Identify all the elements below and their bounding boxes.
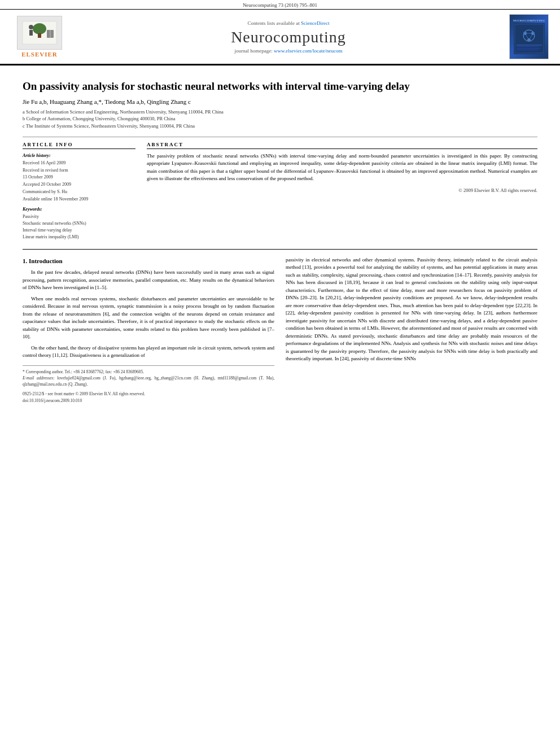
received-date: Received 16 April 2009 — [23, 160, 135, 167]
left-body-column: 1. Introduction In the past few decades,… — [23, 256, 274, 404]
section-number: 1. — [23, 257, 27, 264]
svg-point-1 — [33, 23, 46, 34]
issn-footnote: 0925-2312/$ - see front matter © 2009 El… — [23, 391, 274, 397]
affiliation-b: b College of Automation, Chongqing Unive… — [23, 115, 537, 123]
journal-citation: Neurocomputing 73 (2010) 795–801 — [243, 2, 317, 8]
email-footnote: E-mail addresses: lovefujie024@gmail.com… — [23, 375, 274, 388]
article-history: Article history: Received 16 April 2009 … — [23, 152, 135, 203]
journal-header: ELSEVIER Contents lists available at Sci… — [0, 10, 560, 65]
email-label: E-mail addresses: — [23, 375, 55, 381]
authors-line: Jie Fu a,b, Huaguang Zhang a,*, Tiedong … — [23, 98, 537, 105]
copyright-text: © 2009 Elsevier B.V. All rights reserved… — [147, 187, 537, 193]
info-abstract-section: ARTICLE INFO Article history: Received 1… — [23, 137, 537, 241]
article-history-label: Article history: — [23, 152, 135, 160]
cover-title-text: NEUROCOMPUTING — [513, 19, 545, 22]
article-info-column: ARTICLE INFO Article history: Received 1… — [23, 142, 135, 241]
keywords-label: Keywords: — [23, 207, 135, 212]
issn-text: 0925-2312/$ - see front matter © 2009 El… — [23, 391, 145, 396]
corresponding-author-footnote: * Corresponding author. Tel.: +86 24 836… — [23, 369, 274, 375]
affiliation-c: c The Institute of Systems Science, Nort… — [23, 123, 537, 130]
main-content-area: On passivity analysis for stochastic neu… — [0, 65, 560, 415]
journal-title: Neurocomputing — [68, 28, 509, 46]
article-info-heading: ARTICLE INFO — [23, 142, 135, 149]
affiliation-a: a School of Information Science and Engi… — [23, 108, 537, 116]
intro-section-title: 1. Introduction — [23, 256, 274, 266]
keyword-1: Passivity — [23, 213, 135, 220]
right-body-column: passivity in electrical networks and oth… — [286, 256, 537, 404]
communicated-by: Communicated by S. Hu — [23, 189, 135, 196]
available-online: Available online 18 November 2009 — [23, 196, 135, 203]
intro-para-2: When one models real nervous systems, st… — [23, 295, 274, 341]
received-revised-date: 13 October 2009 — [23, 174, 135, 181]
elsevier-wordmark: ELSEVIER — [21, 51, 58, 58]
elsevier-logo-image — [17, 16, 62, 50]
intro-para-3: On the other hand, the theory of dissipa… — [23, 344, 274, 360]
svg-rect-17 — [517, 46, 539, 47]
abstract-heading: ABSTRACT — [147, 142, 537, 149]
svg-rect-19 — [517, 50, 538, 50]
footnote-section: * Corresponding author. Tel.: +86 24 836… — [23, 365, 274, 404]
body-columns: 1. Introduction In the past few decades,… — [23, 249, 537, 404]
doi-footnote: doi:10.1016/j.neucom.2009.10.010 — [23, 397, 274, 404]
email-addresses: lovefujie024@gmail.com (J. Fu), hgzhang@… — [23, 375, 274, 387]
intro-para-1: In the past few decades, delayed neural … — [23, 269, 274, 292]
svg-rect-2 — [38, 33, 41, 38]
right-para-1: passivity in electrical networks and oth… — [286, 256, 537, 363]
keyword-4: Linear matrix inequality (LMI) — [23, 234, 135, 241]
journal-homepage-link[interactable]: www.elsevier.com/locate/neucom — [274, 48, 342, 54]
accepted-date: Accepted 20 October 2009 — [23, 181, 135, 189]
journal-citation-bar: Neurocomputing 73 (2010) 795–801 — [0, 0, 560, 10]
abstract-text: The passivity problem of stochastic neur… — [147, 152, 537, 183]
contents-available-text: Contents lists available at ScienceDirec… — [68, 20, 509, 26]
abstract-column: ABSTRACT The passivity problem of stocha… — [147, 142, 537, 241]
section-title-text: Introduction — [29, 257, 63, 264]
keyword-2: Stochastic neural networks (SNNs) — [23, 220, 135, 227]
affiliations-block: a School of Information Science and Engi… — [23, 108, 537, 130]
journal-cover-thumbnail: NEUROCOMPUTING — [509, 14, 549, 59]
svg-point-3 — [29, 25, 33, 29]
authors-text: Jie Fu a,b, Huaguang Zhang a,*, Tiedong … — [23, 98, 191, 105]
svg-rect-16 — [517, 45, 542, 46]
received-revised-label: Received in revised form — [23, 167, 135, 174]
svg-rect-18 — [517, 48, 540, 49]
elsevier-logo-block: ELSEVIER — [11, 16, 68, 58]
keyword-3: Interval time-varying delay — [23, 227, 135, 234]
svg-rect-4 — [29, 30, 33, 36]
journal-center-info: Contents lists available at ScienceDirec… — [68, 20, 509, 54]
article-title: On passivity analysis for stochastic neu… — [23, 80, 537, 94]
journal-homepage-text: journal homepage: www.elsevier.com/locat… — [68, 48, 509, 54]
page-container: Neurocomputing 73 (2010) 795–801 — [0, 0, 560, 415]
sciencedirect-link[interactable]: ScienceDirect — [301, 20, 329, 26]
